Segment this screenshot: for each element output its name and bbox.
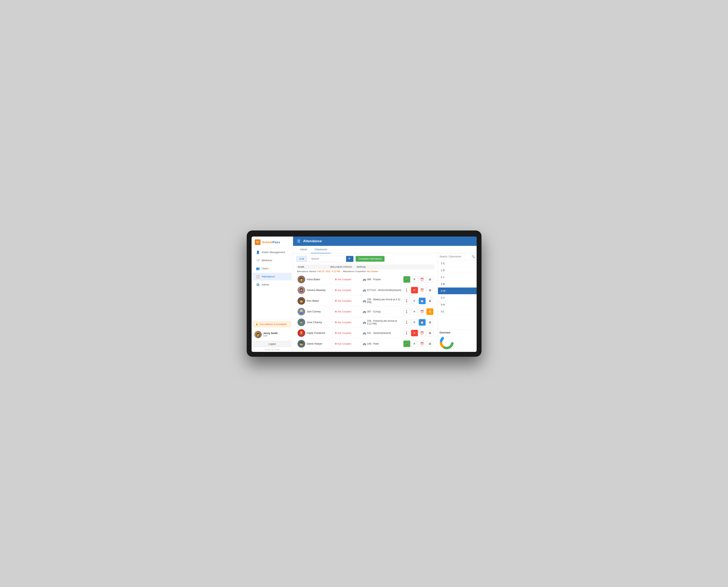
not-complete-icon: ⊗ xyxy=(335,288,337,291)
wellness-status: ⊗ Not Complete xyxy=(335,288,361,291)
avatar: 👩 xyxy=(254,331,262,338)
tab-classroom[interactable]: Classroom xyxy=(311,246,331,253)
complete-attendance-button[interactable]: Complete Attendance xyxy=(356,256,384,262)
action-btn-screen[interactable]: 🖥 xyxy=(426,330,433,336)
hamburger-icon[interactable]: ☰ xyxy=(297,239,300,243)
wellness-status: ⊗ Not Complete xyxy=(335,310,361,313)
action-btn-green-checkin[interactable]: 🏃 xyxy=(403,276,410,283)
tab-bar: Admin Classroom xyxy=(293,246,477,253)
classroom-item-3l[interactable]: 3-L xyxy=(438,308,477,315)
action-btn-orange-screen[interactable]: 🖥 xyxy=(426,308,433,315)
app-name: SchoolPass xyxy=(262,240,280,244)
wellness-status: ⊗ Not Complete xyxy=(335,342,361,345)
search-button[interactable]: 🔍 xyxy=(346,256,353,262)
sidebar: 🛡 SchoolPass 👤 Visitor Management 🤍 Well… xyxy=(252,237,293,352)
tab-admin[interactable]: Admin xyxy=(296,246,311,253)
arrival-text: 235 - Blake(Late Arrival at 4:12 PM) xyxy=(367,298,402,304)
attendance-info: Attendance Started: Feb 25, 2021, 4:12 P… xyxy=(296,270,435,273)
bus-icon: 🚌 xyxy=(363,342,366,345)
user-info: Jenny Smith Staff xyxy=(263,332,278,337)
action-btn-blue-clock[interactable]: ⏰ xyxy=(419,319,426,326)
wellness-col: ⊗ Not Complete xyxy=(335,331,361,334)
student-avatar: 👩‍🦱 xyxy=(298,286,305,294)
sidebar-nav: 👤 Visitor Management 🤍 Wellness 👥 Users … xyxy=(252,248,293,289)
action-btn-person[interactable]: 🚶 xyxy=(403,308,410,315)
classroom-item-1d[interactable]: 1-D xyxy=(438,267,477,274)
sidebar-logo: 🛡 SchoolPass xyxy=(252,237,293,248)
search-input[interactable] xyxy=(309,256,346,261)
action-btn-green-checkin[interactable]: 🏃 xyxy=(403,341,410,347)
action-btn-person[interactable]: 🚶 xyxy=(403,330,410,336)
wellness-status: ⊗ Not Complete xyxy=(335,278,361,281)
bus-icon: 🚌 xyxy=(363,310,366,313)
action-btn-screen[interactable]: 🖥 xyxy=(426,287,433,294)
logout-button[interactable]: Logout xyxy=(254,341,291,347)
wellness-col: ⊗ Not Complete xyxy=(335,288,361,291)
wellness-status-text: Not Complete xyxy=(338,343,351,345)
classroom-search-icon: 🔍 xyxy=(472,255,475,258)
arrival-text: 228 - Powers(Late Arrival at 4:12 PM) xyxy=(367,320,402,325)
action-btn-x[interactable]: ✕ xyxy=(411,298,418,304)
action-btn-person[interactable]: 🚶 xyxy=(403,287,410,294)
wellness-status-text: Not Complete xyxy=(338,278,351,281)
action-btn-clock[interactable]: ⏰ xyxy=(419,276,426,283)
app-layout: 🛡 SchoolPass 👤 Visitor Management 🤍 Well… xyxy=(252,237,477,352)
sidebar-item-users[interactable]: 👥 Users xyxy=(253,265,292,272)
table-row: 👩 Asha Bates ⊗ Not Complete 🚌 986 - Fraz… xyxy=(296,274,435,285)
attendance-completed-status: Not Started xyxy=(367,270,378,273)
table-row: 👩‍🦳 Jani Carney ⊗ Not Complete 🚌 387 - C… xyxy=(296,306,435,317)
action-btn-clock[interactable]: ⏰ xyxy=(419,287,426,294)
classroom-list: 1-C1-D1-J2-B2-W2-Y3-H3-L xyxy=(438,260,477,329)
table-header: Name Wellness Status Arrival xyxy=(296,264,435,269)
wellness-icon: 🤍 xyxy=(256,259,260,262)
actions-col: 🏃✕⏰🖥 xyxy=(403,341,433,347)
arrival-col: 🚌 531 - Sanford(Absent) xyxy=(363,331,402,335)
action-btn-red-x[interactable]: ✕ xyxy=(411,287,418,294)
arrival-col: 🚌 977/124 - Norton/Smith(Absent) xyxy=(363,288,402,292)
sidebar-item-visitor[interactable]: 👤 Visitor Management xyxy=(253,249,292,256)
overview-chart xyxy=(440,335,454,349)
action-btn-x[interactable]: ✕ xyxy=(411,319,418,326)
not-complete-icon: ⊗ xyxy=(335,278,337,281)
action-btn-red-x[interactable]: ✕ xyxy=(411,330,418,336)
admin-icon: ⚙️ xyxy=(256,283,260,286)
not-complete-icon: ⊗ xyxy=(335,321,337,324)
action-btn-screen[interactable]: 🖥 xyxy=(426,319,433,326)
action-btn-screen[interactable]: 🖥 xyxy=(426,298,433,304)
action-btn-screen[interactable]: 🖥 xyxy=(426,276,433,283)
classroom-item-3h[interactable]: 3-H xyxy=(438,301,477,308)
page-title: Attendance xyxy=(303,239,322,243)
search-wrapper: 🔍 xyxy=(309,256,354,262)
content-area: 2-W 🔍 Complete Attendance Name Wellness … xyxy=(293,253,477,352)
action-btn-x[interactable]: ✕ xyxy=(411,341,418,347)
action-btn-person[interactable]: 🚶 xyxy=(403,298,410,304)
action-btn-blue-clock[interactable]: ⏰ xyxy=(419,298,426,304)
sidebar-item-label-admin: Admin xyxy=(262,283,269,286)
classroom-item-2y[interactable]: 2-Y xyxy=(438,295,477,301)
visitor-icon: 👤 xyxy=(256,251,260,254)
users-icon: 👥 xyxy=(256,267,260,270)
action-btn-x[interactable]: ✕ xyxy=(411,308,418,315)
action-btn-x[interactable]: ✕ xyxy=(411,276,418,283)
classroom-item-2w[interactable]: 2-W xyxy=(438,287,477,295)
sidebar-item-wellness[interactable]: 🤍 Wellness xyxy=(253,257,292,264)
action-btn-screen[interactable]: 🖥 xyxy=(426,341,433,347)
classroom-search-input[interactable] xyxy=(440,255,471,258)
wellness-col: ⊗ Not Complete xyxy=(335,342,361,345)
class-badge: 2-W xyxy=(296,256,307,262)
action-btn-clock[interactable]: ⏰ xyxy=(419,330,426,336)
attendance-panel: 2-W 🔍 Complete Attendance Name Wellness … xyxy=(293,253,438,352)
device-frame: 🛡 SchoolPass 👤 Visitor Management 🤍 Well… xyxy=(247,231,482,357)
bus-icon: 🚌 xyxy=(363,331,366,335)
user-role: Staff xyxy=(263,335,278,337)
classroom-item-2b[interactable]: 2-B xyxy=(438,281,477,287)
action-btn-clock[interactable]: ⏰ xyxy=(419,341,426,347)
classroom-item-1j[interactable]: 1-J xyxy=(438,274,477,281)
sidebar-item-attendance[interactable]: 📋 Attendance xyxy=(253,273,292,280)
student-list: 👩 Asha Bates ⊗ Not Complete 🚌 986 - Fraz… xyxy=(296,274,435,349)
classroom-item-1c[interactable]: 1-C xyxy=(438,260,477,267)
action-btn-clock[interactable]: ⏰ xyxy=(419,308,426,315)
sidebar-item-admin[interactable]: ⚙️ Admin xyxy=(253,281,292,288)
header-wellness: Wellness Status xyxy=(330,266,357,268)
action-btn-person[interactable]: 🚶 xyxy=(403,319,410,326)
